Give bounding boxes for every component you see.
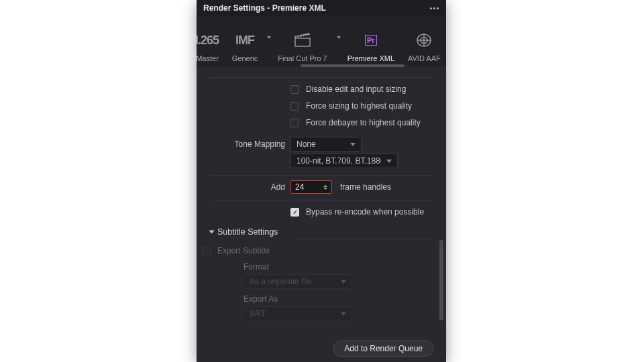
chevron-down-icon xyxy=(341,312,346,316)
dropdown-tone-mapping-preset[interactable]: 100-nit, BT.709, BT.1886, Full xyxy=(290,154,398,168)
format-strip[interactable]: H.265 5 Master IMF Generic Final Cut Pro… xyxy=(197,16,446,66)
svg-rect-0 xyxy=(295,38,310,46)
clapper-icon xyxy=(292,30,313,50)
window-title: Render Settings - Premiere XML xyxy=(203,3,326,13)
row-bypass: ✓ Bypass re-encode when possible xyxy=(210,204,433,219)
settings-body: Disable edit and input sizing Force sizi… xyxy=(197,66,446,321)
disclosure-triangle-icon xyxy=(209,231,215,234)
format-premiere-xml[interactable]: Pr Premiere XML xyxy=(341,27,401,66)
content-scrollbar[interactable] xyxy=(439,240,443,320)
chevron-down-icon xyxy=(386,160,392,163)
more-options-icon[interactable] xyxy=(429,7,439,9)
row-disable-sizing: Disable edit and input sizing xyxy=(210,82,433,97)
format-h265[interactable]: H.265 5 Master xyxy=(197,27,225,66)
row-tone-mapping: Tone Mapping None xyxy=(210,137,433,152)
stepper-down-icon[interactable] xyxy=(323,188,327,190)
row-force-debayer: Force debayer to highest quality xyxy=(210,115,433,130)
stepper-up-icon[interactable] xyxy=(323,185,327,187)
row-subtitle-heading[interactable]: Subtitle Settings xyxy=(210,225,433,239)
checkbox-export-subtitle[interactable] xyxy=(202,247,211,255)
row-export-subtitle: Export Subtitle xyxy=(202,243,433,258)
checkbox-disable-sizing[interactable] xyxy=(290,85,299,94)
render-settings-panel: Render Settings - Premiere XML H.265 5 M… xyxy=(197,0,446,362)
format-imf[interactable]: IMF Generic xyxy=(225,27,265,66)
row-tone-mapping-sub: 100-nit, BT.709, BT.1886, Full xyxy=(210,154,433,168)
label-export-as: Export As xyxy=(244,294,433,304)
titlebar: Render Settings - Premiere XML xyxy=(197,0,446,16)
footer: Add to Render Queue xyxy=(197,335,446,362)
input-frame-handles[interactable]: 24 xyxy=(290,180,332,194)
checkbox-force-sizing[interactable] xyxy=(290,102,299,111)
add-to-render-queue-button[interactable]: Add to Render Queue xyxy=(333,341,434,357)
label-subtitle-format: Format xyxy=(244,262,433,272)
dropdown-subtitle-format[interactable]: As a separate file xyxy=(244,274,352,289)
chevron-down-icon xyxy=(350,143,356,146)
format-fcp7[interactable]: Final Cut Pro 7 xyxy=(271,27,333,66)
row-force-sizing: Force sizing to highest quality xyxy=(210,99,433,113)
format-avid-aaf[interactable]: AVID AAF xyxy=(401,27,446,66)
row-frame-handles: Add 24 frame handles xyxy=(210,180,433,194)
dropdown-tone-mapping[interactable]: None xyxy=(290,137,362,152)
checkbox-force-debayer[interactable] xyxy=(290,119,299,127)
reel-icon xyxy=(414,30,434,50)
dropdown-export-as[interactable]: SRT xyxy=(244,306,352,321)
checkbox-bypass[interactable]: ✓ xyxy=(290,208,299,217)
chevron-down-icon xyxy=(341,280,346,284)
